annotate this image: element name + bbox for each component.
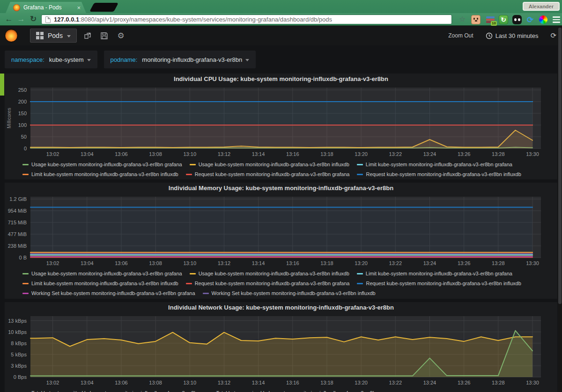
network-chart[interactable]: 0 Bps3 kBps5 kBps8 kBps10 kBps13 kBps13:…: [5, 312, 557, 386]
robot-eyes: [473, 18, 478, 20]
svg-text:477 MiB: 477 MiB: [8, 231, 27, 237]
svg-text:13:08: 13:08: [149, 380, 162, 385]
svg-text:3 kBps: 3 kBps: [11, 363, 27, 369]
legend-item[interactable]: Limit kube-system monitoring-influxdb-gr…: [22, 170, 178, 179]
svg-text:13:02: 13:02: [46, 151, 59, 157]
legend-color-dash: [186, 283, 192, 284]
variable-namespace[interactable]: namespace: kube-system: [5, 51, 97, 68]
browser-tab[interactable]: Grafana - Pods ×: [6, 2, 86, 13]
legend-color-dash: [22, 283, 29, 284]
time-range-picker[interactable]: Last 30 minutes: [486, 32, 539, 39]
svg-text:Millicores: Millicores: [6, 108, 12, 128]
legend-label: Limit kube-system monitoring-influxdb-gr…: [31, 281, 178, 286]
panel-title[interactable]: Individual Memory Usage: kube-system mon…: [5, 183, 557, 193]
row-collapse-handle[interactable]: [0, 74, 4, 96]
share-icon[interactable]: [82, 31, 93, 40]
svg-text:13:10: 13:10: [183, 380, 196, 385]
chart-legend: Usage kube-system monitoring-influxdb-gr…: [22, 269, 552, 298]
gear-icon[interactable]: ⚙: [116, 31, 126, 40]
extension-recycle-icon[interactable]: ↻: [499, 15, 508, 24]
extension-colorwheel-icon[interactable]: [539, 15, 548, 24]
legend-item[interactable]: Limit kube-system monitoring-influxdb-gr…: [357, 269, 512, 279]
grafana-logo-icon[interactable]: [5, 29, 18, 42]
legend-label: Limit kube-system monitoring-influxdb-gr…: [366, 162, 512, 167]
svg-text:1.2 GiB: 1.2 GiB: [9, 196, 27, 202]
panel-title[interactable]: Individual CPU Usage: kube-system monito…: [5, 74, 557, 84]
extension-badge: 10: [491, 21, 497, 26]
svg-text:13:02: 13:02: [46, 380, 59, 385]
svg-text:13:06: 13:06: [115, 260, 128, 266]
legend-item[interactable]: Usage kube-system monitoring-influxdb-gr…: [190, 160, 349, 170]
extension-sync-icon[interactable]: ⟳: [525, 15, 535, 24]
legend-item[interactable]: Working Set kube-system monitoring-influ…: [203, 288, 376, 298]
save-icon[interactable]: [99, 31, 109, 40]
variable-label: podname:: [111, 56, 138, 63]
svg-text:13:04: 13:04: [81, 151, 94, 157]
legend-color-dash: [190, 273, 196, 274]
legend-item[interactable]: Request kube-system monitoring-influxdb-…: [186, 170, 350, 179]
chevron-down-icon: [245, 59, 249, 61]
legend-item[interactable]: Total bytes transmitted kube-system moni…: [22, 388, 200, 392]
svg-text:0: 0: [24, 146, 27, 151]
browser-toolbar: ← → ↻ 127.0.0.1:8080/api/v1/proxy/namesp…: [0, 13, 562, 26]
svg-text:13:14: 13:14: [252, 151, 265, 157]
extension-tab-manager-icon[interactable]: 10: [486, 15, 495, 24]
cpu-chart[interactable]: 05010015020025013:0213:0413:0613:0813:10…: [5, 84, 557, 158]
browser-menu-icon[interactable]: [552, 15, 561, 24]
legend-item[interactable]: Limit kube-system monitoring-influxdb-gr…: [357, 160, 512, 170]
extension-robot-icon[interactable]: [471, 15, 481, 24]
legend-color-dash: [357, 283, 363, 284]
svg-text:238 MiB: 238 MiB: [8, 243, 27, 249]
back-icon[interactable]: ←: [3, 14, 15, 25]
legend-item[interactable]: Usage kube-system monitoring-influxdb-gr…: [22, 269, 182, 279]
forward-icon[interactable]: →: [15, 14, 27, 25]
new-tab-button[interactable]: [89, 3, 118, 12]
legend-label: Request kube-system monitoring-influxdb-…: [366, 171, 521, 177]
grafana-favicon-icon: [13, 4, 20, 11]
legend-item[interactable]: Usage kube-system monitoring-influxdb-gr…: [190, 269, 349, 279]
dashboard-picker-button[interactable]: Pods: [30, 29, 77, 43]
browser-tabstrip: Grafana - Pods × Alexander: [0, 0, 562, 13]
svg-text:250: 250: [18, 87, 27, 93]
reload-icon[interactable]: ↻: [27, 14, 39, 25]
clock-icon: [486, 32, 493, 39]
tab-close-icon[interactable]: ×: [77, 5, 81, 11]
legend-item[interactable]: Usage kube-system monitoring-influxdb-gr…: [22, 160, 182, 170]
svg-text:200: 200: [18, 99, 27, 104]
variable-podname[interactable]: podname: monitoring-influxdb-grafana-v3-…: [104, 51, 256, 68]
legend-label: Request kube-system monitoring-influxdb-…: [195, 171, 350, 177]
svg-text:13:16: 13:16: [286, 151, 299, 157]
svg-text:8 kBps: 8 kBps: [11, 340, 27, 346]
legend-item[interactable]: Working Set kube-system monitoring-influ…: [22, 288, 195, 298]
legend-item[interactable]: Request kube-system monitoring-influxdb-…: [186, 279, 350, 288]
page-icon: [45, 16, 51, 23]
legend-label: Working Set kube-system monitoring-influ…: [31, 290, 195, 296]
svg-text:13:24: 13:24: [423, 260, 436, 266]
panel-title[interactable]: Individual Network Usage: kube-system mo…: [5, 302, 557, 312]
legend-item[interactable]: Total bytes received kube-system monitor…: [207, 388, 379, 392]
legend-item[interactable]: Limit kube-system monitoring-influxdb-gr…: [22, 279, 178, 288]
svg-text:13:02: 13:02: [46, 260, 59, 266]
network-panel: Individual Network Usage: kube-system mo…: [5, 302, 557, 392]
bookmark-star-icon[interactable]: ☆: [459, 15, 466, 23]
scrollbar-thumb[interactable]: [558, 28, 562, 304]
url-bar[interactable]: 127.0.0.1:8080/api/v1/proxy/namespaces/k…: [41, 15, 452, 24]
svg-text:13 kBps: 13 kBps: [8, 318, 27, 324]
svg-text:13:30: 13:30: [526, 380, 539, 385]
svg-text:13:22: 13:22: [389, 380, 402, 385]
variable-value: kube-system: [49, 56, 84, 63]
legend-color-dash: [22, 164, 29, 165]
svg-text:13:28: 13:28: [492, 151, 505, 157]
legend-item[interactable]: Request kube-system monitoring-influxdb-…: [357, 279, 521, 288]
memory-chart[interactable]: 0 B238 MiB477 MiB715 MiB954 MiB1.2 GiB13…: [5, 193, 557, 267]
refresh-icon[interactable]: ⟳: [550, 31, 556, 40]
zoom-out-button[interactable]: Zoom Out: [448, 32, 473, 39]
extension-mask-icon[interactable]: [512, 15, 522, 24]
page-scrollbar[interactable]: [558, 26, 562, 392]
legend-item[interactable]: Request kube-system monitoring-influxdb-…: [357, 170, 521, 179]
svg-text:13:26: 13:26: [458, 380, 471, 385]
legend-color-dash: [186, 174, 192, 175]
svg-text:13:18: 13:18: [320, 260, 333, 266]
svg-text:13:10: 13:10: [183, 151, 196, 157]
profile-name-button[interactable]: Alexander: [523, 2, 560, 11]
